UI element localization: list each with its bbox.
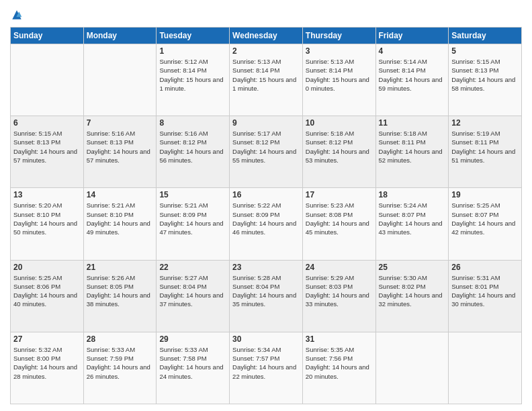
calendar-header: SundayMondayTuesdayWednesdayThursdayFrid… xyxy=(11,28,522,44)
day-cell: 2Sunrise: 5:13 AM Sunset: 8:14 PM Daylig… xyxy=(230,44,303,116)
day-number: 16 xyxy=(232,190,300,199)
day-info: Sunrise: 5:16 AM Sunset: 8:13 PM Dayligh… xyxy=(87,129,154,165)
day-info: Sunrise: 5:24 AM Sunset: 8:07 PM Dayligh… xyxy=(379,201,446,236)
day-cell: 31Sunrise: 5:35 AM Sunset: 7:56 PM Dayli… xyxy=(302,332,375,404)
day-cell: 8Sunrise: 5:16 AM Sunset: 8:12 PM Daylig… xyxy=(157,116,230,188)
day-info: Sunrise: 5:13 AM Sunset: 8:14 PM Dayligh… xyxy=(232,57,300,93)
day-info: Sunrise: 5:25 AM Sunset: 8:07 PM Dayligh… xyxy=(451,201,519,236)
day-number: 20 xyxy=(13,263,81,272)
day-header-friday: Friday xyxy=(375,28,449,44)
day-number: 27 xyxy=(13,334,81,344)
week-row-2: 6Sunrise: 5:15 AM Sunset: 8:13 PM Daylig… xyxy=(11,116,522,188)
day-number: 1 xyxy=(159,46,226,56)
day-number: 5 xyxy=(451,46,519,56)
day-cell xyxy=(11,44,84,116)
day-cell: 21Sunrise: 5:26 AM Sunset: 8:05 PM Dayli… xyxy=(83,260,157,332)
day-cell: 24Sunrise: 5:29 AM Sunset: 8:03 PM Dayli… xyxy=(302,260,375,332)
day-number: 31 xyxy=(306,334,373,344)
day-number: 10 xyxy=(306,118,373,128)
day-number: 4 xyxy=(379,46,446,56)
day-info: Sunrise: 5:21 AM Sunset: 8:10 PM Dayligh… xyxy=(87,201,154,236)
day-number: 14 xyxy=(87,190,154,199)
day-cell: 25Sunrise: 5:30 AM Sunset: 8:02 PM Dayli… xyxy=(375,260,449,332)
day-number: 12 xyxy=(451,118,519,128)
day-number: 8 xyxy=(159,118,226,128)
day-number: 26 xyxy=(451,263,519,272)
calendar-body: 1Sunrise: 5:12 AM Sunset: 8:14 PM Daylig… xyxy=(11,44,522,404)
day-info: Sunrise: 5:15 AM Sunset: 8:13 PM Dayligh… xyxy=(13,129,81,165)
day-number: 19 xyxy=(451,190,519,199)
page: SundayMondayTuesdayWednesdayThursdayFrid… xyxy=(0,0,532,411)
day-cell: 10Sunrise: 5:18 AM Sunset: 8:12 PM Dayli… xyxy=(302,116,375,188)
day-cell: 5Sunrise: 5:15 AM Sunset: 8:13 PM Daylig… xyxy=(449,44,522,116)
day-number: 17 xyxy=(306,190,373,199)
week-row-1: 1Sunrise: 5:12 AM Sunset: 8:14 PM Daylig… xyxy=(11,44,522,116)
day-info: Sunrise: 5:28 AM Sunset: 8:04 PM Dayligh… xyxy=(232,273,300,309)
day-cell: 15Sunrise: 5:21 AM Sunset: 8:09 PM Dayli… xyxy=(157,188,230,260)
day-cell: 23Sunrise: 5:28 AM Sunset: 8:04 PM Dayli… xyxy=(230,260,303,332)
day-info: Sunrise: 5:30 AM Sunset: 8:02 PM Dayligh… xyxy=(379,273,446,309)
day-info: Sunrise: 5:27 AM Sunset: 8:04 PM Dayligh… xyxy=(159,273,226,309)
day-info: Sunrise: 5:16 AM Sunset: 8:12 PM Dayligh… xyxy=(159,129,226,165)
day-info: Sunrise: 5:32 AM Sunset: 8:00 PM Dayligh… xyxy=(13,345,81,381)
day-info: Sunrise: 5:17 AM Sunset: 8:12 PM Dayligh… xyxy=(232,129,300,165)
day-cell: 28Sunrise: 5:33 AM Sunset: 7:59 PM Dayli… xyxy=(83,332,157,404)
day-number: 18 xyxy=(379,190,446,199)
day-cell: 29Sunrise: 5:33 AM Sunset: 7:58 PM Dayli… xyxy=(157,332,230,404)
day-number: 9 xyxy=(232,118,300,128)
day-number: 6 xyxy=(13,118,81,128)
day-cell: 26Sunrise: 5:31 AM Sunset: 8:01 PM Dayli… xyxy=(449,260,522,332)
day-number: 24 xyxy=(306,263,373,272)
day-info: Sunrise: 5:35 AM Sunset: 7:56 PM Dayligh… xyxy=(306,345,373,381)
week-row-3: 13Sunrise: 5:20 AM Sunset: 8:10 PM Dayli… xyxy=(11,188,522,260)
day-cell: 16Sunrise: 5:22 AM Sunset: 8:09 PM Dayli… xyxy=(230,188,303,260)
day-number: 25 xyxy=(379,263,446,272)
day-cell: 7Sunrise: 5:16 AM Sunset: 8:13 PM Daylig… xyxy=(83,116,157,188)
day-info: Sunrise: 5:18 AM Sunset: 8:11 PM Dayligh… xyxy=(379,129,446,165)
day-cell: 6Sunrise: 5:15 AM Sunset: 8:13 PM Daylig… xyxy=(11,116,84,188)
day-cell: 9Sunrise: 5:17 AM Sunset: 8:12 PM Daylig… xyxy=(230,116,303,188)
day-cell: 12Sunrise: 5:19 AM Sunset: 8:11 PM Dayli… xyxy=(449,116,522,188)
day-number: 28 xyxy=(87,334,154,344)
week-row-5: 27Sunrise: 5:32 AM Sunset: 8:00 PM Dayli… xyxy=(11,332,522,404)
logo xyxy=(10,7,26,21)
day-number: 11 xyxy=(379,118,446,128)
day-info: Sunrise: 5:34 AM Sunset: 7:57 PM Dayligh… xyxy=(232,345,300,381)
day-info: Sunrise: 5:26 AM Sunset: 8:05 PM Dayligh… xyxy=(87,273,154,309)
day-number: 23 xyxy=(232,263,300,272)
day-info: Sunrise: 5:33 AM Sunset: 7:59 PM Dayligh… xyxy=(87,345,154,381)
day-number: 13 xyxy=(13,190,81,199)
day-header-saturday: Saturday xyxy=(449,28,522,44)
day-cell: 11Sunrise: 5:18 AM Sunset: 8:11 PM Dayli… xyxy=(375,116,449,188)
day-cell: 19Sunrise: 5:25 AM Sunset: 8:07 PM Dayli… xyxy=(449,188,522,260)
day-cell xyxy=(83,44,157,116)
day-number: 30 xyxy=(232,334,300,344)
day-number: 21 xyxy=(87,263,154,272)
day-number: 15 xyxy=(159,190,226,199)
day-info: Sunrise: 5:18 AM Sunset: 8:12 PM Dayligh… xyxy=(306,129,373,165)
day-info: Sunrise: 5:21 AM Sunset: 8:09 PM Dayligh… xyxy=(159,201,226,236)
day-cell xyxy=(449,332,522,404)
day-header-thursday: Thursday xyxy=(302,28,375,44)
day-header-wednesday: Wednesday xyxy=(230,28,303,44)
day-cell xyxy=(375,332,449,404)
day-info: Sunrise: 5:33 AM Sunset: 7:58 PM Dayligh… xyxy=(159,345,226,381)
day-info: Sunrise: 5:31 AM Sunset: 8:01 PM Dayligh… xyxy=(451,273,519,309)
day-number: 29 xyxy=(159,334,226,344)
day-cell: 3Sunrise: 5:13 AM Sunset: 8:14 PM Daylig… xyxy=(302,44,375,116)
day-number: 7 xyxy=(87,118,154,128)
day-info: Sunrise: 5:29 AM Sunset: 8:03 PM Dayligh… xyxy=(306,273,373,309)
day-header-tuesday: Tuesday xyxy=(157,28,230,44)
day-number: 3 xyxy=(306,46,373,56)
day-info: Sunrise: 5:14 AM Sunset: 8:14 PM Dayligh… xyxy=(379,57,446,93)
day-number: 22 xyxy=(159,263,226,272)
header-row: SundayMondayTuesdayWednesdayThursdayFrid… xyxy=(11,28,522,44)
day-cell: 4Sunrise: 5:14 AM Sunset: 8:14 PM Daylig… xyxy=(375,44,449,116)
calendar: SundayMondayTuesdayWednesdayThursdayFrid… xyxy=(10,27,522,404)
day-info: Sunrise: 5:19 AM Sunset: 8:11 PM Dayligh… xyxy=(451,129,519,165)
day-cell: 14Sunrise: 5:21 AM Sunset: 8:10 PM Dayli… xyxy=(83,188,157,260)
day-info: Sunrise: 5:23 AM Sunset: 8:08 PM Dayligh… xyxy=(306,201,373,236)
day-number: 2 xyxy=(232,46,300,56)
day-cell: 30Sunrise: 5:34 AM Sunset: 7:57 PM Dayli… xyxy=(230,332,303,404)
week-row-4: 20Sunrise: 5:25 AM Sunset: 8:06 PM Dayli… xyxy=(11,260,522,332)
